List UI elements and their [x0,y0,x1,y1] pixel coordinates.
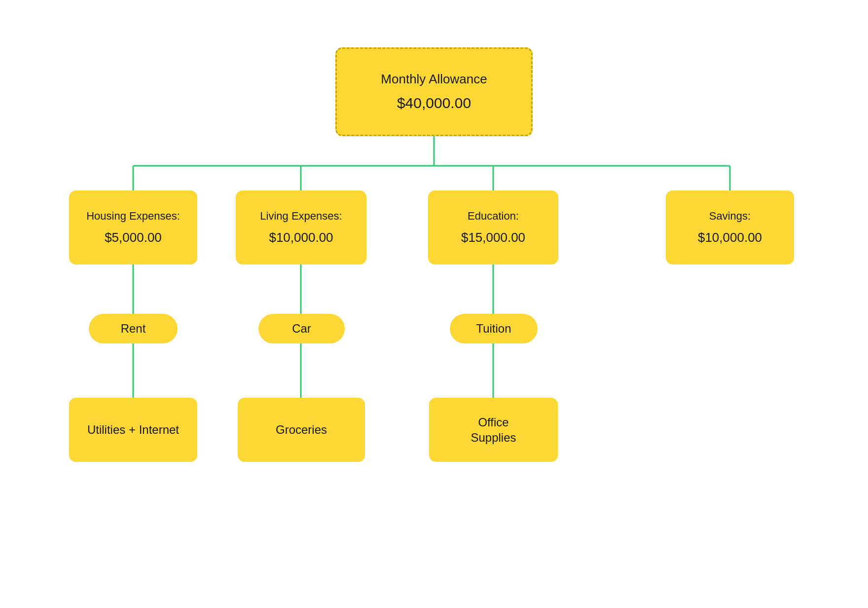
car-label: Car [292,321,311,336]
education-node: Education: $15,000.00 [428,190,558,265]
education-label: Education: [468,210,519,223]
housing-label: Housing Expenses: [86,210,180,223]
education-value: $15,000.00 [461,230,525,245]
living-label: Living Expenses: [260,210,342,223]
root-value: $40,000.00 [397,94,471,112]
living-value: $10,000.00 [269,230,333,245]
tuition-node: Tuition [450,314,538,343]
housing-node: Housing Expenses: $5,000.00 [69,190,197,265]
tuition-label: Tuition [476,321,511,336]
utilities-node: Utilities + Internet [69,398,197,462]
root-label: Monthly Allowance [381,72,487,87]
groceries-node: Groceries [238,398,365,462]
housing-value: $5,000.00 [105,230,162,245]
savings-label: Savings: [709,210,751,223]
living-node: Living Expenses: $10,000.00 [236,190,366,265]
groceries-label: Groceries [276,422,327,437]
utilities-label: Utilities + Internet [87,422,179,437]
car-node: Car [258,314,345,343]
office-supplies-label: Office Supplies [470,415,516,445]
rent-label: Rent [121,321,146,336]
office-supplies-node: Office Supplies [429,398,558,462]
savings-value: $10,000.00 [698,230,762,245]
rent-node: Rent [89,314,178,343]
root-node: Monthly Allowance $40,000.00 [335,47,533,136]
savings-node: Savings: $10,000.00 [666,190,794,265]
budget-diagram: Monthly Allowance $40,000.00 Housing Exp… [49,23,819,585]
